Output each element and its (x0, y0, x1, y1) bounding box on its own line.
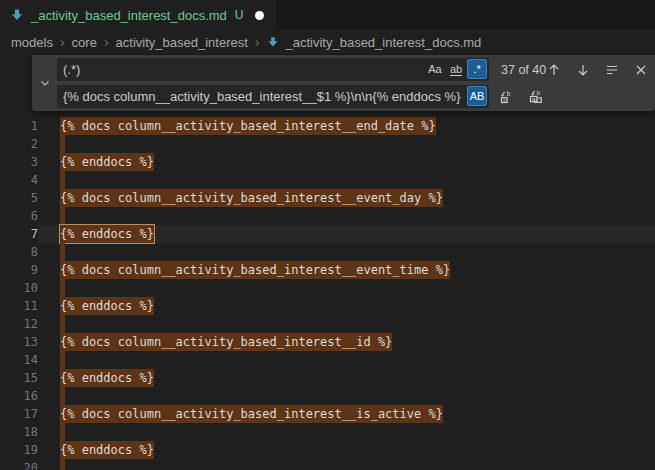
code-area[interactable]: 1 {% docs column__activity_based_interes… (0, 117, 655, 470)
breadcrumb-item-activity-based-interest[interactable]: activity_based_interest (116, 35, 248, 50)
code-line[interactable]: 12 (0, 315, 655, 333)
modified-indicator-dot[interactable] (255, 11, 264, 20)
tab-bar: _activity_based_interest_docs.md U (0, 0, 655, 30)
code-line[interactable]: 5 {% docs column__activity_based_interes… (0, 189, 655, 207)
line-content[interactable]: {% enddocs %} (38, 153, 655, 171)
line-content[interactable]: {% docs column__activity_based_interest_… (38, 261, 655, 279)
find-nav-icons (546, 62, 649, 78)
code-line[interactable]: 1 {% docs column__activity_based_interes… (0, 117, 655, 135)
line-content[interactable] (38, 243, 655, 261)
tab-title: _activity_based_interest_docs.md (31, 8, 227, 23)
breadcrumb-file-label: _activity_based_interest_docs.md (285, 35, 481, 50)
match-text (60, 423, 65, 441)
find-in-selection-icon (604, 62, 620, 78)
find-replace-widget: (.*) Aa ab .* 37 of 40 (32, 55, 655, 111)
tab-activity-based-interest-docs[interactable]: _activity_based_interest_docs.md U (0, 0, 276, 30)
code-line[interactable]: 6 (0, 207, 655, 225)
line-number: 8 (0, 243, 38, 261)
line-content[interactable]: {% enddocs %} (38, 369, 655, 387)
match-text: {% enddocs %} (60, 369, 154, 387)
code-line[interactable]: 9 {% docs column__activity_based_interes… (0, 261, 655, 279)
code-line[interactable]: 4 (0, 171, 655, 189)
code-line[interactable]: 19 {% enddocs %} (0, 441, 655, 459)
line-content[interactable] (38, 423, 655, 441)
match-text (60, 315, 65, 333)
match-count: 37 of 40 (501, 63, 546, 77)
line-content[interactable] (38, 351, 655, 369)
previous-match-button[interactable] (546, 62, 562, 78)
line-number: 9 (0, 261, 38, 279)
line-number: 10 (0, 279, 38, 297)
line-content[interactable] (38, 387, 655, 405)
breadcrumb-item-file[interactable]: _activity_based_interest_docs.md (266, 35, 481, 50)
code-line[interactable]: 8 (0, 243, 655, 261)
whole-word-toggle[interactable]: ab (446, 59, 466, 79)
match-text (60, 243, 65, 261)
line-content[interactable] (38, 315, 655, 333)
next-match-button[interactable] (575, 62, 591, 78)
code-line[interactable]: 2 (0, 135, 655, 153)
breadcrumb: models › core › activity_based_interest … (0, 30, 655, 54)
match-case-toggle[interactable]: Aa (425, 59, 445, 79)
svg-text:ac: ac (532, 95, 539, 101)
replace-icon: b c (499, 89, 515, 105)
arrow-up-icon (546, 62, 562, 78)
code-line[interactable]: 13 {% docs column__activity_based_intere… (0, 333, 655, 351)
code-line[interactable]: 14 (0, 351, 655, 369)
code-line[interactable]: 3 {% enddocs %} (0, 153, 655, 171)
line-content[interactable] (38, 135, 655, 153)
editor-pane[interactable]: (.*) Aa ab .* 37 of 40 (0, 54, 655, 470)
code-line[interactable]: 10 (0, 279, 655, 297)
svg-text:b: b (537, 89, 541, 96)
line-number: 1 (0, 117, 38, 135)
line-content[interactable] (38, 459, 655, 470)
line-content[interactable]: {% docs column__activity_based_interest_… (38, 405, 655, 423)
chevron-down-icon (38, 76, 52, 90)
match-text: {% docs column__activity_based_interest_… (60, 117, 436, 135)
line-content[interactable]: {% enddocs %} (38, 441, 655, 459)
replace-row: {% docs column__activity_based_interest_… (57, 85, 649, 108)
match-text: {% docs column__activity_based_interest_… (60, 261, 450, 279)
line-content[interactable]: {% docs column__activity_based_interest_… (38, 117, 655, 135)
find-input[interactable]: (.*) Aa ab .* (57, 58, 489, 81)
code-line[interactable]: 17 {% docs column__activity_based_intere… (0, 405, 655, 423)
replace-input[interactable]: {% docs column__activity_based_interest_… (57, 85, 489, 108)
chevron-right-icon: › (60, 34, 65, 50)
code-line[interactable]: 7 {% enddocs %} (0, 225, 655, 243)
line-content[interactable] (38, 171, 655, 189)
match-text (60, 387, 65, 405)
replace-button[interactable]: b c (499, 89, 515, 105)
match-text (60, 459, 65, 470)
code-line[interactable]: 20 (0, 459, 655, 470)
line-content[interactable]: {% enddocs %} (38, 225, 655, 243)
line-number: 5 (0, 189, 38, 207)
markdown-file-icon (266, 35, 280, 49)
code-line[interactable]: 11 {% enddocs %} (0, 297, 655, 315)
markdown-file-icon (9, 7, 25, 23)
code-line[interactable]: 15 {% enddocs %} (0, 369, 655, 387)
line-content[interactable]: {% docs column__activity_based_interest_… (38, 333, 655, 351)
line-number: 19 (0, 441, 38, 459)
svg-text:b: b (507, 89, 511, 97)
svg-text:c: c (503, 96, 506, 102)
line-content[interactable]: {% docs column__activity_based_interest_… (38, 189, 655, 207)
line-content[interactable] (38, 279, 655, 297)
code-line[interactable]: 18 (0, 423, 655, 441)
git-status-badge: U (235, 8, 244, 22)
match-text: {% docs column__activity_based_interest_… (60, 333, 392, 351)
line-content[interactable]: {% enddocs %} (38, 297, 655, 315)
line-number: 20 (0, 459, 38, 470)
replace-all-button[interactable]: b ac (528, 89, 544, 105)
preserve-case-toggle[interactable]: AB (467, 86, 487, 106)
find-options: Aa ab .* (425, 59, 487, 79)
close-find-widget-button[interactable] (633, 62, 649, 78)
breadcrumb-item-core[interactable]: core (72, 35, 97, 50)
find-in-selection-button[interactable] (604, 62, 620, 78)
toggle-replace-button[interactable] (32, 55, 57, 111)
find-widget-rows: (.*) Aa ab .* 37 of 40 (57, 55, 655, 111)
line-content[interactable] (38, 207, 655, 225)
line-number: 18 (0, 423, 38, 441)
code-line[interactable]: 16 (0, 387, 655, 405)
regex-toggle[interactable]: .* (467, 59, 487, 79)
breadcrumb-item-models[interactable]: models (11, 35, 53, 50)
